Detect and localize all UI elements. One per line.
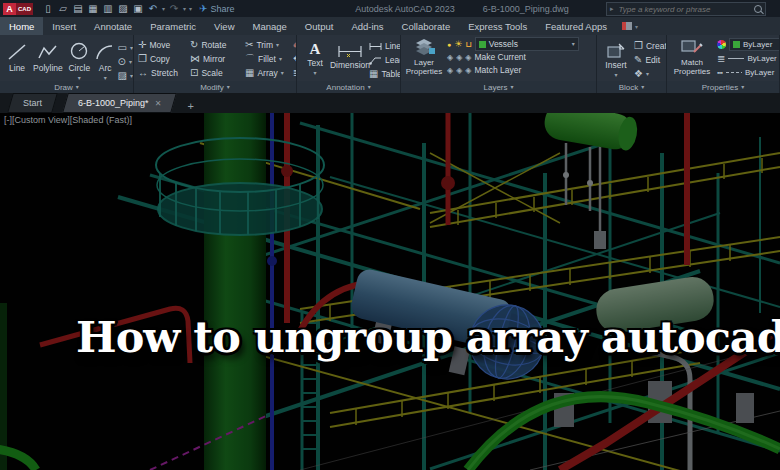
tab-manage[interactable]: Manage [244,17,296,35]
undo-chevron-icon[interactable]: ▾ [162,5,165,12]
new-file-icon[interactable]: ▯ [41,2,55,15]
tab-start[interactable]: Start [7,93,58,113]
tool-make-current[interactable]: ◈ ◈ ◈ Make Current [447,51,595,64]
tool-match-properties[interactable]: Match Properties [669,38,715,77]
copy-icon: ❐ [138,54,147,64]
tool-stretch[interactable]: ↔ Stretch [138,66,186,80]
panel-layers-label[interactable]: Layers ▾ [401,81,596,93]
panel-modify-label[interactable]: Modify ▾ [134,81,296,93]
tool-create-block[interactable]: ❐ Create [634,39,667,53]
layer-on-icon[interactable]: ● [447,41,451,48]
layer-dropdown[interactable]: Vessels ▾ [475,37,579,51]
tool-linear[interactable]: Linear ▾ [369,39,401,53]
panel-modify: ✛ Move ❐ Copy ↔ Stretch ↻ Rotate ⋈ [134,35,297,93]
scale-icon: ⊡ [190,68,198,78]
drawing-viewport[interactable]: [-][Custom View][Shaded (Fast)] How to u… [0,113,780,470]
ellipse-icon: ⊙ [118,57,126,67]
panel-annotation-label[interactable]: Annotation ▾ [297,81,400,93]
layer-unlock-icon[interactable]: ⊔ [465,40,471,49]
tab-view[interactable]: View [205,17,243,35]
tool-insert[interactable]: Insert ▾ [600,38,632,78]
ribbon-panels: Line Polyline Circle ▾ [0,35,780,94]
tool-text[interactable]: A Text ▾ [302,38,328,76]
tool-rotate[interactable]: ↻ Rotate [190,38,241,52]
tab-express-tools[interactable]: Express Tools [459,17,536,35]
tab-featured-apps[interactable]: Featured Apps [536,17,616,35]
tab-parametric[interactable]: Parametric [141,17,205,35]
tool-table[interactable]: ▦ Table [369,67,401,81]
layer-tool-icon: ◈ [456,54,462,62]
ribbon-options-button[interactable]: ▾ [616,17,645,35]
tab-annotate[interactable]: Annotate [85,17,141,35]
layer-tool-icon: ◈ [456,67,462,75]
chevron-down-icon: ▾ [129,59,132,65]
chevron-down-icon: ▾ [78,75,81,81]
tool-dimension[interactable]: Dimension [330,40,370,70]
search-input[interactable] [617,4,751,15]
linetype-icon: ┅ [717,68,723,78]
tool-rectangle[interactable]: ▭ ▾ [118,42,133,54]
linetype-dropdown[interactable]: ┅ ByLayer [717,66,780,79]
array-icon: ▦ [245,68,254,78]
plot-icon[interactable]: ▥ [101,2,115,15]
autocad-window: A CAD ▯ ▱ ▤ ▦ ▥ ▨ ▣ ↶ ▾ ↷ ▾ ▾ ✈ Share Au… [0,0,780,470]
viewport-controls[interactable]: [-][Custom View][Shaded (Fast)] [4,115,132,125]
file-tab-bar: Start 6-B-1000_Piping* ✕ + [0,93,780,113]
open-folder-icon[interactable]: ▱ [56,2,70,15]
tool-array[interactable]: ▦ Array ▾ [245,66,287,80]
tool-arc[interactable]: Arc ▾ [94,38,117,82]
share-button[interactable]: ✈ Share [199,3,234,14]
search-icon[interactable] [754,5,762,13]
panel-draw-label[interactable]: Draw ▾ [0,81,133,93]
chevron-down-icon: ▾ [646,71,649,77]
redo-chevron-icon[interactable]: ▾ [183,5,186,12]
tab-collaborate[interactable]: Collaborate [393,17,460,35]
tool-line[interactable]: Line [3,38,31,82]
tool-trim[interactable]: ✂ Trim ▾ [245,38,287,52]
lineweight-dropdown[interactable]: ≣ ByLayer [717,52,780,65]
panel-properties: Match Properties ByLayer ≣ ByLayer ┅ [667,35,780,93]
tool-copy[interactable]: ❐ Copy [138,52,186,66]
new-drawing-button[interactable]: + [183,98,198,113]
panel-properties-label[interactable]: Properties ▾ [667,81,779,93]
tab-home[interactable]: Home [0,17,43,35]
layer-thaw-icon[interactable]: ☀ [454,39,462,49]
tool-leader[interactable]: Leader ▾ [369,53,401,67]
tab-document[interactable]: 6-B-1000_Piping* ✕ [62,93,177,113]
panel-block-label[interactable]: Block ▾ [597,81,666,93]
save-icon[interactable]: ▤ [71,2,85,15]
export-icon[interactable]: ▨ [116,2,130,15]
tool-edit-block[interactable]: ✎ Edit [634,53,667,67]
tool-block-attributes[interactable]: ❖ ▾ [634,67,667,81]
title-bar: A CAD ▯ ▱ ▤ ▦ ▥ ▨ ▣ ↶ ▾ ↷ ▾ ▾ ✈ Share Au… [0,0,780,17]
color-value: ByLayer [743,40,772,49]
search-expand-icon[interactable]: ▸ [610,5,614,13]
tool-mirror[interactable]: ⋈ Mirror [190,52,241,66]
undo-icon[interactable]: ↶ [146,2,160,15]
tab-add-ins[interactable]: Add-ins [342,17,392,35]
autocad-logo[interactable]: A CAD [3,3,33,15]
chevron-down-icon: ▾ [227,84,230,90]
object-color-dropdown[interactable]: ByLayer [717,38,780,51]
close-icon[interactable]: ✕ [155,99,162,108]
tab-output[interactable]: Output [296,17,343,35]
redo-icon[interactable]: ↷ [167,2,181,15]
linetype-value: ByLayer [745,68,774,77]
tool-layer-properties[interactable]: Layer Properties [403,38,445,77]
qat-customize-icon[interactable]: ▾ [189,5,192,12]
save-as-icon[interactable]: ▦ [86,2,100,15]
panel-draw: Line Polyline Circle ▾ [0,35,134,93]
tool-polyline[interactable]: Polyline [31,38,65,82]
tool-fillet[interactable]: ⌒ Fillet ▾ [245,52,287,66]
help-search[interactable]: ▸ [606,2,766,16]
tool-scale[interactable]: ⊡ Scale [190,66,241,80]
move-icon: ✛ [138,40,146,50]
tool-move[interactable]: ✛ Move [138,38,186,52]
tab-insert[interactable]: Insert [43,17,85,35]
tool-match-layer[interactable]: ◈ ◈ ◈ Match Layer [447,64,595,77]
chevron-down-icon: ▾ [572,41,575,47]
tool-circle[interactable]: Circle ▾ [65,38,94,82]
rectangle-icon: ▭ [118,43,127,53]
print-icon[interactable]: ▣ [131,2,145,15]
tool-ellipse[interactable]: ⊙ ▾ [118,56,133,68]
